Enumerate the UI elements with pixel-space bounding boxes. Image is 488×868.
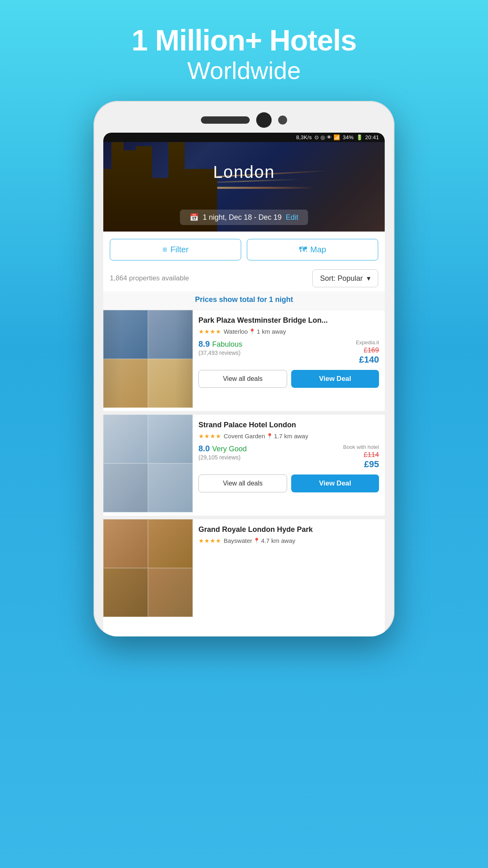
city-name: London (103, 162, 385, 182)
hotel-meta-2: ★★★★ Covent Garden 📍 1.7 km away (198, 433, 379, 440)
view-all-deals-button-2[interactable]: View all deals (198, 474, 287, 492)
hotel-stars-3: ★★★★ (198, 537, 221, 544)
price-box-2: Book with hotel £114 £95 (343, 444, 379, 470)
img-cell-2 (148, 310, 193, 359)
img-cell-2-3 (103, 464, 148, 512)
hotel-rating-row-2: 8.0 Very Good (29,105 reviews) Book with… (198, 444, 379, 470)
view-all-deals-button-1[interactable]: View all deals (198, 370, 287, 388)
properties-count: 1,864 properties available (110, 274, 189, 282)
rating-score-1: 8.9 (198, 339, 210, 349)
img-cell-3-3 (103, 568, 148, 617)
hotel-distance-3: 4.7 km away (261, 537, 295, 544)
img-cell-2-1 (103, 415, 148, 464)
img-cell-3-1 (103, 519, 148, 568)
hotel-details-1: Park Plaza Westminster Bridge Lon... ★★★… (193, 310, 385, 408)
img-cell-1 (103, 310, 148, 359)
rating-label-1: Fabulous (212, 340, 242, 349)
hotel-rating-row-1: 8.9 Fabulous (37,493 reviews) Expedia.it… (198, 339, 379, 365)
filter-icon: ≡ (162, 245, 167, 254)
rating-score-2: 8.0 (198, 444, 210, 453)
hotel-location-1: Waterloo 📍 1 km away (224, 328, 286, 335)
hotel-card-2: Strand Palace Hotel London ★★★★ Covent G… (103, 414, 385, 512)
rating-reviews-1: (37,493 reviews) (198, 350, 242, 356)
hotel-location-2: Covent Garden 📍 1.7 km away (224, 433, 308, 439)
sort-bar: 1,864 properties available Sort: Popular… (103, 266, 385, 291)
divider-2 (103, 516, 385, 519)
pin-icon-1: 📍 (249, 328, 255, 335)
screen: 8,3K/s ⊙ ◎ 👁 📶 34% 🔋 20:41 London 📅 1 ni… (103, 133, 385, 636)
hero-title: 1 Million+ Hotels (131, 24, 356, 57)
price-source-2: Book with hotel (343, 444, 379, 450)
calendar-icon: 📅 (190, 213, 198, 222)
hotel-distance-1: 1 km away (257, 328, 286, 335)
price-current-2: £95 (343, 459, 379, 470)
chevron-down-icon: ▾ (367, 274, 370, 283)
hotel-card-1: Park Plaza Westminster Bridge Lon... ★★★… (103, 310, 385, 408)
prices-notice: Prices show total for 1 night (103, 291, 385, 310)
view-all-deals-label-2: View all deals (223, 480, 263, 487)
hero-section: 1 Million+ Hotels Worldwide (131, 0, 356, 101)
hotel-card-3: Grand Royale London Hyde Park ★★★★ Baysw… (103, 519, 385, 633)
hotel-location-3: Bayswater 📍 4.7 km away (224, 537, 295, 544)
edit-button[interactable]: Edit (286, 213, 298, 222)
view-deal-label-2: View Deal (319, 479, 351, 487)
hotel-neighborhood-1: Waterloo (224, 328, 248, 335)
view-all-deals-label-1: View all deals (223, 375, 263, 382)
city-hero-image: London 📅 1 night, Dec 18 - Dec 19 Edit (103, 142, 385, 232)
hero-subtitle: Worldwide (131, 57, 356, 85)
hotel-details-3: Grand Royale London Hyde Park ★★★★ Baysw… (193, 519, 385, 617)
hotel-image-1 (103, 310, 193, 408)
map-icon: 🗺 (299, 245, 307, 254)
price-original-1: £169 (356, 346, 379, 354)
view-deal-button-2[interactable]: View Deal (291, 474, 379, 492)
filter-label: Filter (170, 245, 188, 254)
status-battery: 34% (343, 134, 354, 140)
rating-reviews-2: (29,105 reviews) (198, 454, 247, 461)
status-speed: 8,3K/s (296, 134, 312, 140)
img-cell-4 (148, 359, 193, 408)
status-icons: ⊙ ◎ 👁 📶 (314, 134, 340, 140)
filter-button[interactable]: ≡ Filter (110, 239, 241, 260)
divider-1 (103, 411, 385, 414)
phone-notch (103, 112, 385, 128)
hero-title-line2: Worldwide (187, 57, 301, 84)
hotel-distance-2: 1.7 km away (274, 433, 308, 439)
status-bar: 8,3K/s ⊙ ◎ 👁 📶 34% 🔋 20:41 (103, 133, 385, 142)
hotel-details-2: Strand Palace Hotel London ★★★★ Covent G… (193, 415, 385, 512)
hotel-stars-1: ★★★★ (198, 328, 221, 335)
img-cell-2-4 (148, 464, 193, 512)
status-time: 20:41 (365, 134, 379, 140)
pin-icon-3: 📍 (253, 538, 260, 544)
rating-label-2: Very Good (212, 445, 247, 453)
phone-frame: 8,3K/s ⊙ ◎ 👁 📶 34% 🔋 20:41 London 📅 1 ni… (94, 101, 394, 636)
hotel-image-2 (103, 415, 193, 512)
date-bar: 📅 1 night, Dec 18 - Dec 19 Edit (180, 210, 308, 225)
price-box-1: Expedia.it £169 £140 (356, 339, 379, 365)
hotel-neighborhood-2: Covent Garden (224, 433, 265, 439)
img-cell-2-2 (148, 415, 193, 464)
hotel-image-3 (103, 519, 193, 617)
sort-dropdown[interactable]: Sort: Popular ▾ (312, 269, 378, 287)
view-deal-label-1: View Deal (319, 375, 351, 383)
hotel-meta-1: ★★★★ Waterloo 📍 1 km away (198, 328, 379, 335)
img-cell-3-4 (148, 568, 193, 617)
view-deal-button-1[interactable]: View Deal (291, 370, 379, 388)
hotel-stars-2: ★★★★ (198, 433, 221, 440)
hotel-name-1: Park Plaza Westminster Bridge Lon... (198, 316, 379, 325)
hotel-neighborhood-3: Bayswater (224, 537, 252, 544)
hero-title-line1: 1 Million+ Hotels (131, 24, 356, 57)
sort-label: Sort: Popular (320, 274, 363, 283)
battery-icon: 🔋 (356, 134, 363, 140)
img-cell-3-2 (148, 519, 193, 568)
phone-speaker (201, 116, 250, 124)
map-button[interactable]: 🗺 Map (247, 239, 378, 260)
price-source-1: Expedia.it (356, 339, 379, 345)
hotel-name-2: Strand Palace Hotel London (198, 420, 379, 430)
phone-camera (256, 112, 272, 128)
price-original-2: £114 (343, 451, 379, 459)
phone-dot (278, 116, 287, 125)
pin-icon-2: 📍 (266, 433, 273, 439)
hotel-meta-3: ★★★★ Bayswater 📍 4.7 km away (198, 537, 379, 544)
search-dates: 1 night, Dec 18 - Dec 19 (203, 213, 281, 222)
hotel-name-3: Grand Royale London Hyde Park (198, 525, 379, 534)
